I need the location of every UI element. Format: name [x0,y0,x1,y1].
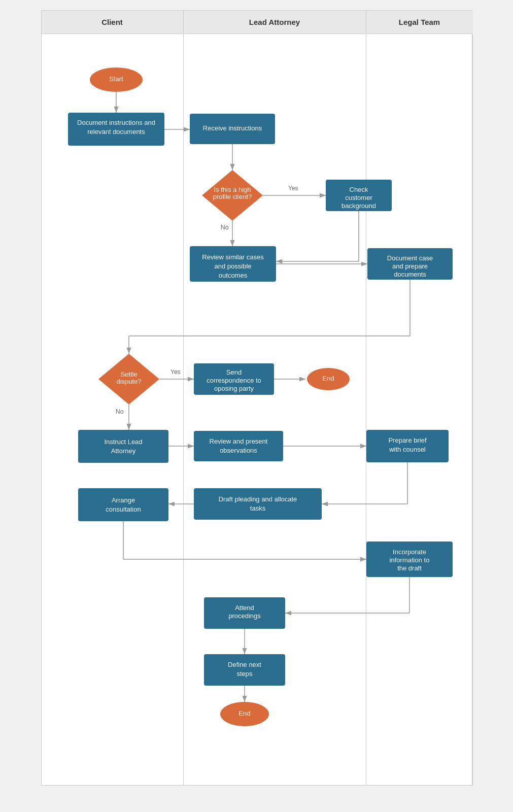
arrange-consultation-node [78,488,168,521]
send-corr-label: Send [226,368,241,376]
header-client: Client [42,11,184,33]
header-row: Client Lead Attorney Legal Team [42,11,472,34]
instruct-lead-label2: Attorney [111,447,135,455]
settle-dispute-label2: dispute? [116,378,141,385]
send-corr-label3: oposing party [214,385,254,392]
check-background-label: Check [349,186,368,193]
doc-case-label: Document case [387,254,432,262]
receive-instructions-label: Receive instructions [202,124,262,132]
high-profile-label: Is this a high [214,186,251,193]
doc-case-label2: and prepare [392,262,427,270]
flowchart-svg: Start Document instructions and relevant… [42,34,473,785]
instruct-lead-node [78,430,168,463]
yes-label: Yes [288,185,298,192]
review-present-node [194,431,283,461]
review-present-label2: observations [220,447,257,454]
draft-pleading-label2: tasks [250,504,265,512]
prepare-brief-label: Prepare brief [388,436,427,444]
instruct-lead-label: Instruct Lead [104,438,142,446]
doc-case-label3: documents [394,270,426,278]
diagram-container: Client Lead Attorney Legal Team Start Do [41,10,472,786]
send-corr-label2: correspondence to [207,377,261,384]
attend-label: Attend [235,604,254,612]
draft-pleading-node [194,488,322,520]
review-cases-label: Review similar cases [202,253,264,261]
start-label: Start [109,75,123,83]
check-background-label2: customer [345,194,372,201]
doc-instructions-label2: relevant documents [87,128,145,136]
header-legal-team: Legal Team [366,11,473,33]
define-steps-label2: steps [236,670,253,678]
review-cases-label2: and possible [214,262,251,270]
arrange-consult-label2: consultation [106,505,141,513]
end1-label: End [322,375,334,382]
review-cases-label3: outcomes [218,272,247,279]
settle-yes-label: Yes [170,368,181,376]
incorporate-label: Incorporate [393,548,426,556]
incorporate-label2: information to [389,556,429,564]
arrange-consult-label: Arrange [111,496,134,504]
check-background-label3: background [341,202,376,210]
settle-dispute-label: Settle [120,370,137,378]
end2-label: End [238,709,250,717]
attend-label2: procedings [228,612,261,620]
doc-instructions-label: Document instructions and [77,119,155,126]
define-steps-label: Define next [228,661,261,668]
header-lead-attorney: Lead Attorney [184,11,366,33]
prepare-brief-label2: with counsel [389,446,426,453]
content-area: Start Document instructions and relevant… [42,34,472,785]
review-present-label: Review and present [209,437,267,445]
incorporate-label3: the draft [397,564,422,572]
no-label: No [221,224,229,231]
high-profile-label2: profile client? [213,193,252,200]
settle-no-label: No [116,408,124,415]
draft-pleading-label: Draft pleading and allocate [218,495,297,503]
